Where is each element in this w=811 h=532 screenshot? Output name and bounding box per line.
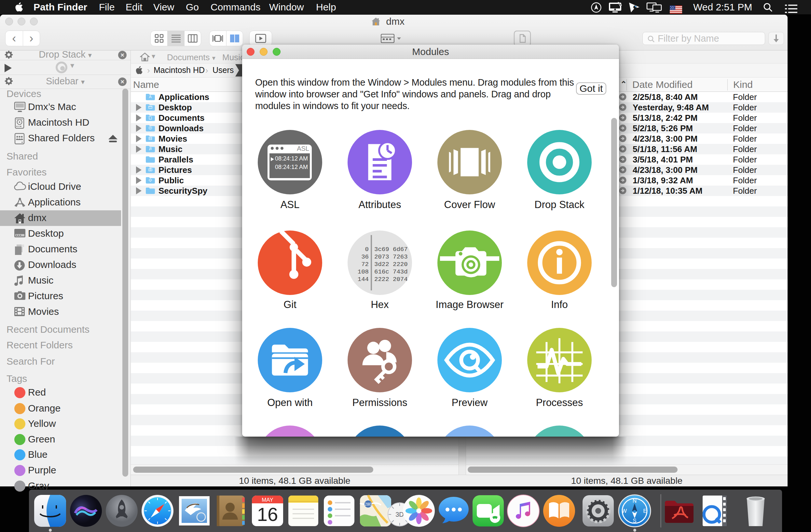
svg-text:W: W xyxy=(622,508,627,514)
svg-text:280: 280 xyxy=(365,502,371,506)
svg-text:MAY: MAY xyxy=(262,497,273,503)
svg-text:16: 16 xyxy=(257,504,278,525)
svg-text:S: S xyxy=(633,518,636,524)
svg-text:N: N xyxy=(633,498,637,504)
svg-text:E: E xyxy=(643,508,647,514)
